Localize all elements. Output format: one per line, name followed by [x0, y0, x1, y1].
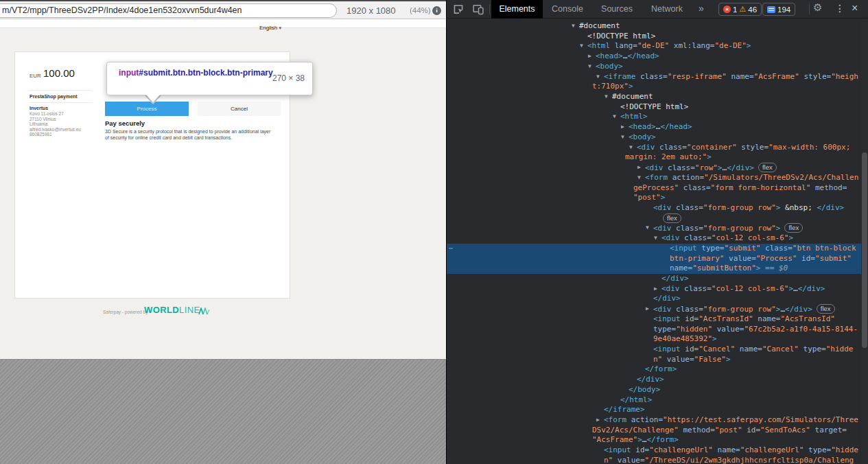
- dom-tree-line[interactable]: n" value="/ThreeDS/ui/2wm3gkdhjhhcnsrfcl…: [447, 456, 868, 464]
- dom-tree-line[interactable]: name="submitButton"> == $0: [447, 264, 868, 274]
- code-segment: "/ThreeDS/ui/2wm3gkdhjhhcnsrfcltisp0a/Ch…: [645, 456, 854, 464]
- dom-tree-line[interactable]: </iframe>: [447, 405, 868, 415]
- expand-arrow-icon[interactable]: ▶: [596, 415, 600, 426]
- more-tabs-icon[interactable]: »: [694, 0, 709, 19]
- collapse-arrow-icon[interactable]: ▼: [621, 132, 624, 143]
- dom-tree-line[interactable]: <!DOCTYPE html>: [447, 32, 868, 42]
- expand-arrow-icon[interactable]: ▶: [637, 163, 641, 173]
- dom-tree-line[interactable]: <!DOCTYPE html>: [447, 102, 868, 113]
- collapse-arrow-icon[interactable]: ▼: [572, 21, 575, 32]
- dom-tree-line[interactable]: <div class="form-group row"> &nbsp; </di…: [447, 203, 868, 213]
- dom-tree-line[interactable]: </div>: [447, 294, 868, 304]
- dom-tree-line[interactable]: </body>: [447, 385, 868, 395]
- dom-tree-line[interactable]: <input id="Cancel" name="Cancel" type="h…: [447, 345, 868, 355]
- overflow-dots-icon[interactable]: ⋯: [449, 244, 454, 254]
- code-segment: name=: [713, 445, 740, 454]
- collapse-arrow-icon[interactable]: ▼: [654, 233, 657, 244]
- expand-arrow-icon[interactable]: ▶: [621, 122, 624, 132]
- code-segment: >: [712, 334, 717, 343]
- dom-tree-line[interactable]: ▶<div class="row">…</div>flex: [447, 163, 868, 173]
- device-toolbar-icon[interactable]: [472, 3, 484, 15]
- dom-tree-line[interactable]: ▼<div class="form-group row">flex: [447, 223, 868, 233]
- code-segment: "form form-horizontal": [711, 183, 811, 192]
- dom-tree-line[interactable]: type="hidden" value="67c2b5a2-a1f0-4a15-…: [447, 325, 868, 335]
- code-segment: name=: [727, 72, 754, 81]
- dom-tree-line[interactable]: margin: 2em auto;">: [447, 152, 868, 163]
- dom-tree-line[interactable]: "AcsFrame">…</form>: [447, 435, 868, 445]
- dom-tree-line[interactable]: t:710px">: [447, 82, 868, 92]
- dom-tree-line[interactable]: ▶<form action="https://test.saferpay.com…: [447, 415, 868, 426]
- kebab-menu-icon[interactable]: ⋮: [835, 3, 845, 14]
- flex-badge[interactable]: flex: [817, 304, 835, 314]
- flex-badge[interactable]: flex: [758, 163, 777, 172]
- dom-tree-line[interactable]: ▼<div class="container" style="max-width…: [447, 143, 868, 153]
- dom-tree-line[interactable]: ▼<body>: [447, 62, 868, 72]
- dom-tree-line[interactable]: ▼<body>: [447, 132, 868, 143]
- tab-sources[interactable]: Sources: [592, 0, 642, 19]
- dom-tree-line[interactable]: </form>: [447, 364, 868, 375]
- errors-warnings-badge[interactable]: ×1 ⚠46: [718, 3, 762, 16]
- code-segment: <div: [637, 143, 655, 152]
- inspect-element-icon[interactable]: [452, 3, 465, 15]
- dom-tree-line[interactable]: ▼<html lang="de-DE" xml:lang="de-DE">: [447, 41, 868, 51]
- info-icon[interactable]: i: [432, 6, 441, 15]
- dom-tree-line[interactable]: ▼#document: [447, 92, 868, 102]
- close-icon[interactable]: ×: [852, 2, 858, 14]
- flex-badge[interactable]: flex: [784, 223, 803, 233]
- dom-tree-line[interactable]: ⋯<input type="submit" class="btn btn-blo…: [447, 244, 868, 254]
- dom-tree-line[interactable]: </div>: [447, 375, 868, 385]
- dom-tree-line[interactable]: 9e40ae485392">: [447, 334, 868, 345]
- tab-console[interactable]: Console: [543, 0, 592, 19]
- code-segment: class=: [760, 244, 792, 253]
- issues-badge[interactable]: 194: [762, 3, 795, 16]
- url-bar[interactable]: m/VT2/mpp/ThreeDSv2PP/Index/4doe1en532ox…: [0, 3, 337, 18]
- dom-tree-line[interactable]: DSv2/Acs/Challenge" method="post" id="Se…: [447, 426, 868, 436]
- collapse-arrow-icon[interactable]: ▼: [629, 143, 633, 153]
- dom-tree-line[interactable]: ▼<iframe class="resp-iframe" name="AcsFr…: [447, 72, 868, 82]
- expand-arrow-icon[interactable]: ▶: [646, 304, 649, 314]
- dom-tree-line[interactable]: geProcess" class="form form-horizontal" …: [447, 183, 868, 194]
- dom-tree-line[interactable]: <input id="challengeUrl" name="challenge…: [447, 445, 868, 456]
- code-segment: "hidden": [676, 325, 712, 334]
- error-icon: ×: [723, 5, 731, 13]
- device-zoom-level[interactable]: (44%): [410, 6, 431, 14]
- dom-tree-line[interactable]: "post">: [447, 193, 868, 203]
- code-segment: "de-DE": [637, 41, 669, 50]
- code-segment: type=: [804, 445, 831, 454]
- expand-arrow-icon[interactable]: ▶: [588, 51, 591, 62]
- dom-tree-line[interactable]: ▶<div class="form-group row">…</div>flex: [447, 304, 868, 314]
- dom-tree-line[interactable]: </html>: [447, 395, 868, 406]
- dom-tree-line[interactable]: ▼<div class="col-12 col-sm-6">: [447, 233, 868, 244]
- collapse-arrow-icon[interactable]: ▼: [580, 41, 583, 51]
- code-segment: </form>: [646, 435, 678, 444]
- flex-badge[interactable]: flex: [663, 213, 681, 223]
- saferpay-label: Saferpay - powered by: [103, 310, 148, 314]
- dom-tree-line[interactable]: n" value="False">: [447, 355, 868, 365]
- collapse-arrow-icon[interactable]: ▼: [613, 112, 616, 122]
- collapse-arrow-icon[interactable]: ▼: [588, 62, 591, 72]
- collapse-arrow-icon[interactable]: ▼: [596, 72, 600, 82]
- dom-tree-line[interactable]: <input id="AcsTransId" name="AcsTransId": [447, 314, 868, 325]
- collapse-arrow-icon[interactable]: ▼: [605, 92, 608, 102]
- expand-arrow-icon[interactable]: ▶: [654, 284, 657, 294]
- dom-tree-line[interactable]: flex: [447, 213, 868, 224]
- dom-tree-line[interactable]: btn-primary" value="Process" id="submit": [447, 254, 868, 264]
- dom-tree-line[interactable]: </div>: [447, 274, 868, 284]
- settings-gear-icon[interactable]: ⚙: [813, 1, 822, 14]
- code-segment: </head>: [660, 122, 692, 131]
- dom-tree-line[interactable]: ▶<head>…</head>: [447, 51, 868, 62]
- dom-tree-line[interactable]: ▼<html>: [447, 112, 868, 122]
- dom-tree-line[interactable]: ▼<form action="/Simulators/ThreeDSv2/Acs…: [447, 173, 868, 183]
- scrollbar-track[interactable]: [861, 19, 868, 464]
- dom-tree-line[interactable]: ▶<div class="col-12 col-sm-6">…</div>: [447, 284, 868, 294]
- dom-tree-line[interactable]: ▶<head>…</head>: [447, 122, 868, 132]
- language-selector[interactable]: English ▾: [259, 25, 281, 31]
- collapse-arrow-icon[interactable]: ▼: [646, 223, 649, 233]
- scrollbar-thumb[interactable]: [862, 152, 867, 348]
- tab-network[interactable]: Network: [642, 0, 692, 19]
- cancel-button[interactable]: Cancel: [198, 102, 281, 116]
- collapse-arrow-icon[interactable]: ▼: [637, 173, 641, 183]
- tab-elements[interactable]: Elements: [491, 0, 543, 19]
- dom-tree-line[interactable]: ▼#document: [447, 21, 868, 32]
- code-segment: <input: [670, 244, 697, 253]
